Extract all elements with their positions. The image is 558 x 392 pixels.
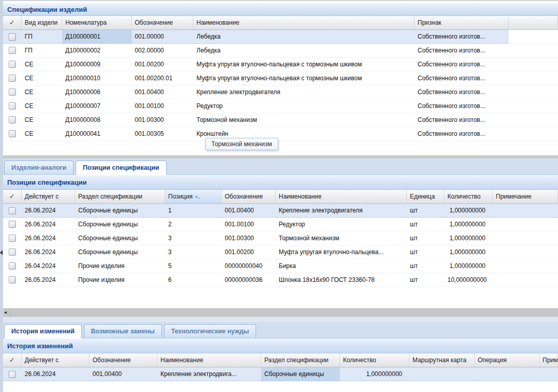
cell-kolichestvo[interactable]: 1,000000000 (444, 231, 493, 245)
cell-naimenovanie[interactable]: Бирка (276, 259, 407, 273)
cell-oboznachenie[interactable]: 001.00200 (222, 245, 276, 259)
select-all-header[interactable]: ✓ (3, 16, 22, 30)
column-header-edinitsa[interactable]: Единица (407, 190, 444, 204)
cell-nomenklatura[interactable]: Д100000041 (62, 127, 132, 141)
cell-vid-izdeliya[interactable]: СЕ (22, 113, 62, 127)
row-checkbox[interactable] (9, 371, 16, 378)
row-checkbox[interactable] (9, 116, 16, 123)
table-row[interactable]: СЕД100000041001.00305КронштейнСобственно… (3, 127, 558, 141)
cell-priznak[interactable]: Собственного изготов... (415, 85, 509, 99)
cell-oboznachenie[interactable]: 00000000036 (222, 273, 276, 287)
cell-pozitsiya[interactable]: 3 (165, 245, 222, 259)
cell-kolichestvo[interactable]: 1,000000000 (444, 218, 493, 231)
row-checkbox[interactable] (9, 61, 16, 68)
column-header-deystvuet-s[interactable]: Действует с (22, 353, 89, 367)
cell-razdel[interactable]: Сборочные единицы (75, 218, 165, 231)
cell-deystvuet-s[interactable]: 26.06.2024 (22, 204, 75, 218)
row-checkbox[interactable] (9, 102, 16, 110)
table-row[interactable]: 26.06.2024Сборочные единицы2001.00100Ред… (3, 218, 558, 231)
cell-razdel[interactable]: Сборочные единицы (75, 204, 165, 218)
column-header-vid-izdeliya[interactable]: Вид издели (22, 16, 62, 30)
cell-kolichestvo[interactable]: 1,000000000 (444, 245, 493, 259)
cell-vid-izdeliya[interactable]: СЕ (22, 99, 62, 113)
cell-vid-izdeliya[interactable]: ГП (22, 44, 62, 58)
cell-naimenovanie[interactable]: Крепление электродвига... (157, 367, 261, 381)
table-row[interactable]: 26.06.2024Сборочные единицы3001.00200Муф… (3, 245, 558, 259)
cell-naimenovanie[interactable]: Муфта упругая втулочно-пальцева... (276, 245, 407, 259)
tab-Технологические нужды[interactable]: Технологические нужды (164, 324, 256, 338)
table-row[interactable]: 26.06.2024Сборочные единицы1001.00400Кре… (3, 204, 558, 218)
cell-razdel[interactable]: Сборочные единицы (261, 367, 340, 381)
column-header-oboznachenie[interactable]: Обозначение (222, 190, 276, 204)
cell-oboznachenie[interactable]: 001.00305 (132, 127, 193, 141)
cell-vid-izdeliya[interactable]: СЕ (22, 72, 62, 85)
cell-oboznachenie[interactable]: 001.00300 (222, 231, 276, 245)
column-header-naimenovanie[interactable]: Наименование (276, 190, 407, 204)
row-checkbox[interactable] (9, 88, 16, 96)
cell-vid-izdeliya[interactable]: СЕ (22, 58, 62, 72)
cell-razdel[interactable]: Прочие изделия (75, 259, 165, 273)
column-header-pozitsiya[interactable]: Позиция▲. (165, 190, 222, 204)
cell-primechanie[interactable] (493, 245, 558, 259)
table-row[interactable]: СЕД100000008001.00300Тормозной механизмС… (3, 113, 558, 127)
cell-nomenklatura[interactable]: Д100000006 (62, 85, 132, 99)
cell-naimenovanie[interactable]: Тормозной механизм (193, 113, 415, 127)
cell-primechanie[interactable] (493, 231, 558, 245)
row-checkbox[interactable] (9, 207, 16, 215)
cell-primechanie[interactable] (493, 218, 558, 231)
cell-edinitsa[interactable]: шт (407, 204, 444, 218)
table-row[interactable]: ГПД100000002002.00000ЛебедкаСобственного… (3, 44, 558, 58)
cell-naimenovanie[interactable]: Лебедка (193, 44, 415, 58)
cell-pozitsiya[interactable]: 2 (165, 218, 222, 231)
row-checkbox[interactable] (9, 235, 16, 242)
cell-primechanie[interactable] (493, 259, 558, 273)
column-header-operatsiya[interactable]: Операция (475, 353, 539, 367)
row-checkbox[interactable] (9, 47, 16, 54)
column-header-primechanie[interactable]: Примечание (539, 353, 558, 367)
tab-Изделия-аналоги[interactable]: Изделия-аналоги (4, 161, 74, 174)
cell-deystvuet-s[interactable]: 26.05.2024 (22, 273, 75, 287)
cell-vid-izdeliya[interactable]: СЕ (22, 127, 62, 141)
table-row[interactable]: ГПД100000001001.00000ЛебедкаСобственного… (3, 30, 558, 44)
column-header-primechanie[interactable]: Примечание (493, 190, 558, 204)
table-row[interactable]: СЕД100000006001.00400Крепление электродв… (3, 85, 558, 99)
column-header-kolichestvo[interactable]: Количество (340, 353, 409, 367)
cell-oboznachenie[interactable]: 002.00000 (132, 44, 193, 58)
cell-operatsiya[interactable] (475, 367, 539, 381)
cell-oboznachenie[interactable]: 001.00100 (132, 99, 193, 113)
cell-naimenovanie[interactable]: Муфта упругая втулочно-пальцевая с тормо… (193, 58, 415, 72)
cell-nomenklatura[interactable]: Д100000001 (62, 30, 132, 44)
column-header-marshrutnaya-karta[interactable]: Маршрутная карта (409, 353, 475, 367)
cell-priznak[interactable]: Собственного изготов... (415, 113, 509, 127)
cell-priznak[interactable]: Собственного изготов... (415, 30, 509, 44)
column-header-deystvuet-s[interactable]: Действует с (22, 190, 75, 204)
cell-priznak[interactable]: Собственного изготов... (415, 58, 509, 72)
cell-deystvuet-s[interactable]: 26.06.2024 (22, 367, 89, 381)
cell-oboznachenie[interactable]: 001.00000 (132, 30, 193, 44)
splitter-collapse-arrow[interactable] (0, 250, 3, 255)
cell-kolichestvo[interactable]: 1,000000000 (444, 259, 493, 273)
cell-priznak[interactable]: Собственного изготов... (415, 127, 509, 141)
cell-deystvuet-s[interactable]: 26.06.2024 (22, 218, 75, 231)
cell-naimenovanie[interactable]: Шпонка 18x16x90 ГОСТ 23360-78 (276, 273, 407, 287)
cell-nomenklatura[interactable]: Д100000002 (62, 44, 132, 58)
cell-kolichestvo[interactable]: 1,000000000 (340, 367, 409, 381)
table-row[interactable]: 26.06.2024Сборочные единицы3001.00300Тор… (3, 231, 558, 245)
column-header-razdel[interactable]: Раздел спецификации (261, 353, 340, 367)
tab-Возможные замены[interactable]: Возможные замены (84, 324, 162, 338)
cell-pozitsiya[interactable]: 5 (165, 259, 222, 273)
cell-oboznachenie[interactable]: 001.00200.01 (132, 72, 193, 85)
row-checkbox[interactable] (9, 248, 16, 256)
cell-primechanie[interactable] (493, 273, 558, 287)
cell-naimenovanie[interactable]: Крепление электродвигателя (193, 85, 415, 99)
column-header-oboznachenie[interactable]: Обозначение (89, 353, 157, 367)
cell-priznak[interactable]: Собственного изготов... (415, 99, 509, 113)
cell-oboznachenie[interactable]: 001.00400 (89, 367, 157, 381)
vertical-splitter[interactable] (0, 1, 3, 392)
cell-edinitsa[interactable]: шт (407, 218, 444, 231)
row-checkbox[interactable] (9, 262, 16, 270)
table-row[interactable]: 26.04.2024Прочие изделия500000000040Бирк… (3, 259, 558, 273)
row-checkbox[interactable] (9, 221, 16, 228)
cell-pozitsiya[interactable]: 6 (165, 273, 222, 287)
cell-priznak[interactable]: Собственного изготов... (415, 44, 509, 58)
